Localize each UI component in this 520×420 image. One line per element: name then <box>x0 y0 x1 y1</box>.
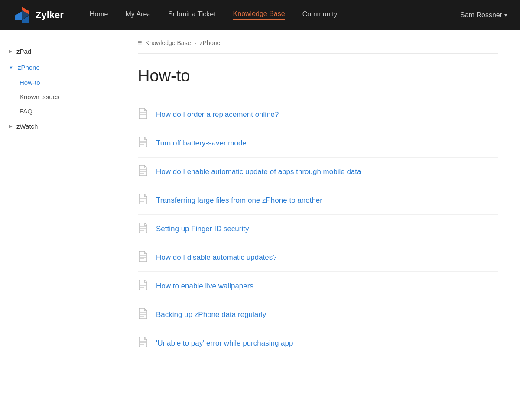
sidebar-subitem-known-issues[interactable]: Known issues <box>20 90 116 104</box>
article-item[interactable]: Backing up zPhone data regularly <box>138 300 498 329</box>
article-link[interactable]: Setting up Finger ID security <box>156 225 249 233</box>
user-menu-chevron: ▾ <box>504 12 507 18</box>
nav-community[interactable]: Community <box>302 10 338 20</box>
logo-text: Zylker <box>36 10 64 21</box>
doc-icon <box>138 337 148 349</box>
article-link[interactable]: How do I enable automatic update of apps… <box>156 168 361 176</box>
article-item[interactable]: How do I disable automatic updates? <box>138 243 498 272</box>
zwatch-chevron-icon: ▶ <box>9 123 12 129</box>
doc-icon <box>138 137 148 149</box>
doc-icon <box>138 251 148 264</box>
page-title: How-to <box>138 67 498 85</box>
doc-icon <box>138 280 148 292</box>
article-item[interactable]: 'Unable to pay' error while purchasing a… <box>138 329 498 357</box>
doc-icon <box>138 165 148 178</box>
sidebar-subitem-how-to[interactable]: How-to <box>20 75 116 90</box>
main-content: ≡ Knowledge Base › zPhone How-to Ho <box>116 30 520 420</box>
doc-icon <box>138 108 148 121</box>
main-nav: Home My Area Submit a Ticket Knowledge B… <box>90 10 460 20</box>
doc-icon <box>138 223 148 235</box>
breadcrumb: ≡ Knowledge Base › zPhone <box>138 30 498 54</box>
article-link[interactable]: Turn off battery-saver mode <box>156 139 247 148</box>
article-link[interactable]: How to enable live wallpapers <box>156 282 254 291</box>
user-menu[interactable]: Sam Rossner ▾ <box>460 11 507 19</box>
sidebar-item-zpad[interactable]: ▶ zPad <box>0 43 116 59</box>
breadcrumb-root[interactable]: Knowledge Base <box>145 39 191 46</box>
nav-home[interactable]: Home <box>90 10 108 20</box>
header: Zylker Home My Area Submit a Ticket Know… <box>0 0 520 30</box>
article-link[interactable]: Transferring large files from one zPhone… <box>156 196 322 205</box>
article-link[interactable]: How do I order a replacement online? <box>156 110 279 119</box>
sidebar-item-zwatch[interactable]: ▶ zWatch <box>0 118 116 134</box>
article-item[interactable]: How do I enable automatic update of apps… <box>138 158 498 186</box>
nav-submit-ticket[interactable]: Submit a Ticket <box>168 10 215 20</box>
user-name: Sam Rossner <box>460 11 502 19</box>
zpad-chevron-icon: ▶ <box>9 48 12 54</box>
article-link[interactable]: 'Unable to pay' error while purchasing a… <box>156 339 293 348</box>
article-item[interactable]: Transferring large files from one zPhone… <box>138 186 498 215</box>
article-item[interactable]: How do I order a replacement online? <box>138 100 498 129</box>
sidebar-subitem-faq[interactable]: FAQ <box>20 104 116 118</box>
breadcrumb-separator: › <box>194 40 196 46</box>
article-item[interactable]: How to enable live wallpapers <box>138 272 498 300</box>
logo-icon <box>13 6 31 24</box>
nav-knowledge-base[interactable]: Knowledge Base <box>233 10 285 20</box>
svg-marker-1 <box>15 11 22 20</box>
doc-icon <box>138 308 148 321</box>
layout: ▶ zPad ▼ zPhone How-to Known issues FAQ … <box>0 30 520 420</box>
article-link[interactable]: How do I disable automatic updates? <box>156 253 277 262</box>
zphone-chevron-icon: ▼ <box>9 65 13 70</box>
doc-icon <box>138 194 148 207</box>
zwatch-label: zWatch <box>16 123 38 130</box>
breadcrumb-current: zPhone <box>200 39 220 46</box>
nav-my-area[interactable]: My Area <box>126 10 151 20</box>
logo-area[interactable]: Zylker <box>13 6 64 24</box>
article-list: How do I order a replacement online? Tur… <box>138 100 498 357</box>
article-item[interactable]: Setting up Finger ID security <box>138 215 498 243</box>
article-item[interactable]: Turn off battery-saver mode <box>138 129 498 158</box>
breadcrumb-menu-icon: ≡ <box>138 39 142 47</box>
article-link[interactable]: Backing up zPhone data regularly <box>156 310 266 319</box>
sidebar: ▶ zPad ▼ zPhone How-to Known issues FAQ … <box>0 30 116 420</box>
zpad-label: zPad <box>16 48 31 55</box>
zphone-subitems: How-to Known issues FAQ <box>0 75 116 118</box>
sidebar-item-zphone[interactable]: ▼ zPhone <box>0 59 116 75</box>
zphone-label: zPhone <box>18 64 40 71</box>
